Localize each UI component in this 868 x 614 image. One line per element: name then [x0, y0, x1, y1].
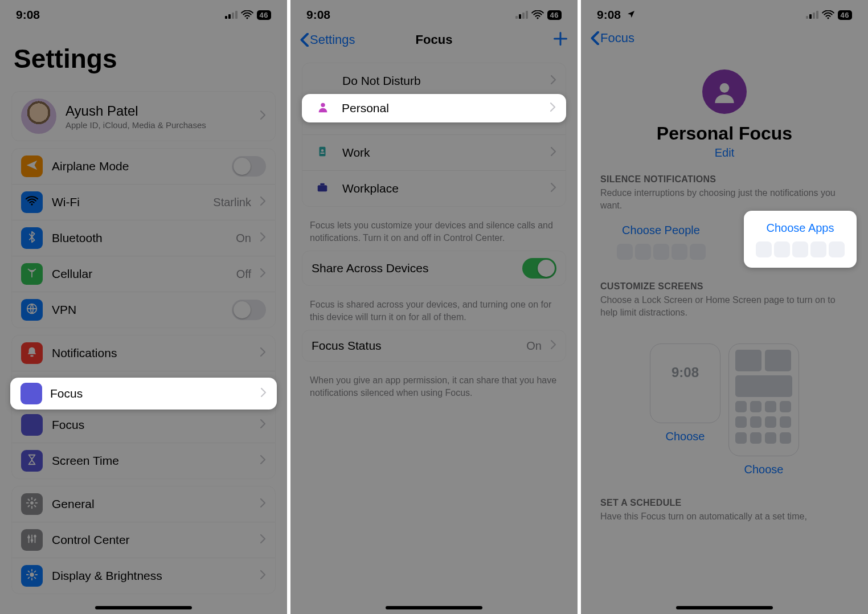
people-slots [617, 244, 706, 260]
silence-heading: SILENCE NOTIFICATIONS [581, 163, 868, 186]
briefcase-icon [316, 181, 329, 196]
profile-card[interactable]: Ayush Patel Apple ID, iCloud, Media & Pu… [11, 91, 276, 141]
nav-bar: Settings Focus [290, 27, 578, 56]
row-bluetooth[interactable]: Bluetooth On [12, 220, 275, 256]
back-button[interactable]: Focus [590, 31, 634, 46]
home-screen-preview[interactable] [728, 343, 799, 456]
focus-footer-1: Focus lets you customize your devices an… [290, 214, 578, 244]
lock-screen-preview[interactable]: 9:08 [650, 343, 720, 423]
sliders-icon [26, 533, 38, 547]
highlight-personal-row[interactable]: Personal [302, 94, 566, 122]
clock: 9:08 [16, 8, 40, 22]
vpn-toggle[interactable] [232, 300, 266, 320]
wifi-settings-icon [26, 195, 38, 210]
cellular-signal-icon [806, 11, 818, 19]
row-notifications[interactable]: Notifications [12, 335, 275, 371]
nav-title: Focus [416, 32, 453, 47]
memoji-avatar [21, 99, 56, 134]
share-toggle[interactable] [522, 258, 556, 279]
status-group: Focus Status On [302, 330, 566, 362]
general-group: General Control Center Display & Brightn… [11, 486, 276, 594]
chevron-right-icon [260, 268, 266, 280]
screen-personal-focus: 9:08 46 Focus Personal Focus Edit SILENC… [581, 0, 868, 614]
back-label: Focus [600, 31, 634, 46]
choose-lock-button[interactable]: Choose [650, 430, 720, 443]
network-badge: 46 [547, 10, 562, 20]
chevron-right-icon [260, 197, 266, 208]
schedule-heading: SET A SCHEDULE [581, 486, 868, 509]
highlight-choose-apps[interactable]: Choose Apps [744, 211, 857, 268]
row-focus[interactable]: Focus [12, 407, 275, 443]
hourglass-icon [26, 453, 38, 468]
airplane-toggle[interactable] [232, 156, 266, 177]
page-title: Settings [0, 27, 287, 84]
chevron-right-icon [261, 388, 267, 399]
row-cellular[interactable]: Cellular Off [12, 256, 275, 292]
sun-icon [26, 568, 38, 583]
cellular-signal-icon [225, 11, 238, 19]
home-grid-preview [735, 350, 792, 448]
row-work[interactable]: Work [302, 135, 566, 171]
highlight-focus-row[interactable]: Focus [10, 378, 277, 410]
back-button[interactable]: Settings [300, 32, 355, 47]
chevron-right-icon [551, 340, 556, 351]
connectivity-group: Airplane Mode Wi-Fi Starlink Bluetooth O… [11, 148, 276, 328]
chevron-right-icon [260, 534, 266, 546]
chevron-right-icon [260, 419, 266, 431]
row-status[interactable]: Focus Status On [302, 330, 566, 361]
chevron-right-icon [260, 347, 266, 359]
schedule-subtitle: Have this Focus turn on automatically at… [581, 509, 868, 523]
status-bar: 9:08 46 [0, 0, 287, 27]
status-bar: 9:08 46 [290, 0, 578, 27]
row-control-center[interactable]: Control Center [12, 522, 275, 558]
choose-home-button[interactable]: Choose [728, 463, 799, 476]
network-badge: 46 [838, 10, 852, 20]
home-indicator[interactable] [676, 606, 773, 609]
bluetooth-icon [26, 231, 38, 245]
plus-icon [552, 31, 568, 47]
airplane-icon [26, 159, 38, 174]
nav-bar: Focus [581, 27, 868, 52]
choose-people-cell[interactable]: Choose People [603, 224, 719, 260]
focus-footer-2: Focus is shared across your devices, and… [290, 293, 578, 323]
row-wifi[interactable]: Wi-Fi Starlink [12, 185, 275, 220]
edit-button[interactable]: Edit [715, 146, 734, 159]
globe-icon [26, 302, 38, 317]
chevron-right-icon [551, 147, 556, 158]
chevron-right-icon [260, 232, 266, 244]
row-screentime[interactable]: Screen Time [12, 443, 275, 478]
focus-footer-3: When you give an app permission, it can … [290, 369, 578, 399]
chevron-right-icon [550, 103, 556, 114]
silence-subtitle: Reduce interruptions by choosing just th… [581, 186, 868, 211]
row-workplace[interactable]: Workplace [302, 171, 566, 206]
location-icon [627, 8, 636, 22]
add-focus-button[interactable] [552, 31, 568, 49]
choose-people-button[interactable]: Choose People [622, 224, 700, 237]
home-indicator[interactable] [386, 606, 482, 609]
moon-icon [25, 386, 38, 401]
bell-icon [26, 346, 38, 361]
row-airplane[interactable]: Airplane Mode [12, 149, 275, 185]
person-icon [317, 101, 329, 116]
clock: 9:08 [597, 8, 621, 22]
status-bar: 9:08 46 [581, 0, 868, 27]
profile-subtitle: Apple ID, iCloud, Media & Purchases [65, 120, 251, 130]
antenna-icon [26, 267, 38, 281]
choose-apps-button[interactable]: Choose Apps [767, 222, 834, 235]
customize-heading: CUSTOMIZE SCREENS [581, 270, 868, 293]
row-vpn[interactable]: VPN [12, 292, 275, 328]
row-share[interactable]: Share Across Devices [302, 251, 566, 285]
chevron-right-icon [260, 498, 266, 510]
profile-name: Ayush Patel [65, 103, 251, 119]
focus-modes-group: Do Not Disturb Personal Work Workplace [302, 63, 566, 207]
wifi-icon [822, 10, 834, 19]
moon-icon [26, 417, 38, 432]
home-indicator[interactable] [95, 606, 192, 609]
screens-row: 9:08 Choose Choose [598, 333, 851, 482]
chevron-right-icon [260, 455, 266, 466]
row-general[interactable]: General [12, 486, 275, 522]
row-display[interactable]: Display & Brightness [12, 558, 275, 593]
id-icon [316, 145, 329, 160]
chevron-right-icon [260, 570, 266, 582]
chevron-right-icon [551, 75, 556, 87]
